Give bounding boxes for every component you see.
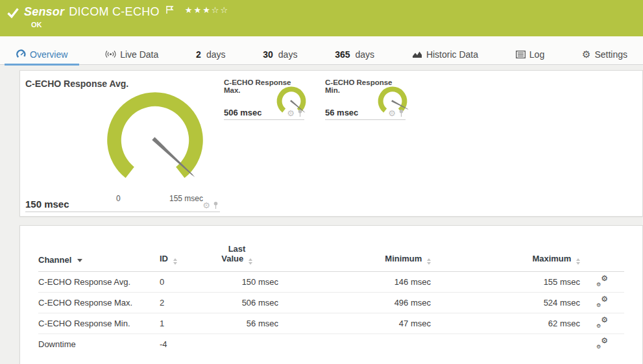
channel-minimum [278, 334, 431, 355]
tab-settings[interactable]: ⚙ Settings [582, 44, 627, 65]
gear-icon[interactable]: ⚙ [388, 109, 396, 117]
column-header-channel[interactable]: Channel [38, 241, 160, 272]
priority-stars[interactable]: ★★★☆☆ [185, 5, 229, 15]
gauges-panel: C-ECHO Response Avg. 0 155 msec 150 msec… [19, 70, 643, 217]
tab-365-days[interactable]: 365 days [335, 44, 374, 65]
table-row[interactable]: Downtime -4 ⚙⚙ [38, 334, 624, 355]
gear-icon: ⚙ [582, 49, 590, 59]
tab-historic-data[interactable]: Historic Data [412, 44, 478, 65]
channel-minimum: 146 msec [278, 272, 431, 293]
tab-label: Settings [594, 49, 627, 60]
channel-maximum: 155 msec [431, 272, 580, 293]
header-label: ID [160, 254, 168, 263]
channel-settings-icon[interactable]: ⚙⚙ [596, 338, 608, 349]
tab-number: 30 [263, 49, 273, 60]
page-content: C-ECHO Response Avg. 0 155 msec 150 msec… [0, 65, 643, 364]
gauge-scale-min: 0 [116, 194, 121, 203]
gauge-current-value: 150 msec [25, 199, 69, 210]
gear-icon[interactable]: ⚙ [287, 109, 295, 117]
channel-minimum: 47 msec [278, 313, 431, 334]
ok-check-icon [6, 6, 19, 19]
channel-maximum: 524 msec [431, 293, 580, 313]
channel-settings-icon[interactable]: ⚙⚙ [596, 276, 608, 287]
channel-maximum: 62 msec [431, 313, 580, 334]
sort-icon [576, 258, 580, 265]
pin-icon[interactable] [398, 109, 404, 117]
header-label: Maximum [532, 254, 571, 263]
gauge-tab-icon [16, 49, 26, 59]
tab-bar: Overview Live Data 2 days 30 days 365 da… [0, 36, 643, 65]
pin-icon[interactable] [297, 109, 303, 117]
tab-label: Log [529, 49, 544, 60]
channels-panel: Channel ID Last Value Minimum [19, 225, 643, 364]
tab-number: 2 [196, 49, 201, 60]
stars-filled: ★★★ [185, 5, 212, 15]
sort-desc-icon [77, 259, 82, 262]
object-kind-label: Sensor [24, 5, 64, 19]
sensor-status-banner: Sensor DICOM C-ECHO ★★★☆☆ OK [0, 0, 643, 36]
header-label: Channel [38, 255, 71, 265]
area-chart-icon [412, 50, 422, 58]
column-header-maximum[interactable]: Maximum [431, 241, 580, 272]
status-badge: OK [31, 21, 643, 29]
channels-table: Channel ID Last Value Minimum [38, 241, 624, 355]
channel-last-value: 56 msec [195, 313, 278, 334]
table-row[interactable]: C-ECHO Response Min. 1 56 msec 47 msec 6… [38, 313, 624, 334]
channel-name[interactable]: C-ECHO Response Max. [38, 293, 160, 313]
sort-icon [427, 258, 431, 265]
channel-maximum [431, 334, 580, 355]
sort-icon [249, 258, 252, 265]
header-label: Value [221, 254, 243, 263]
channel-id: 2 [160, 293, 195, 313]
tab-label: days [278, 49, 298, 60]
column-header-actions [580, 241, 624, 272]
channel-last-value [195, 334, 278, 355]
gauge-dial [97, 86, 213, 189]
gauge-current-value: 506 msec [224, 108, 262, 117]
column-header-id[interactable]: ID [160, 241, 195, 272]
tab-label: days [356, 49, 375, 60]
channel-settings-icon[interactable]: ⚙⚙ [596, 297, 608, 308]
gauge-scale-max: 155 msec [169, 194, 203, 203]
tab-number: 365 [335, 49, 350, 60]
tab-30-days[interactable]: 30 days [263, 44, 297, 65]
channel-last-value: 506 msec [195, 293, 278, 313]
gauge-response-avg: C-ECHO Response Avg. 0 155 msec 150 msec… [25, 79, 220, 212]
tab-label: Live Data [120, 49, 158, 60]
channel-id: 0 [160, 272, 195, 293]
tab-overview[interactable]: Overview [16, 44, 67, 65]
column-header-minimum[interactable]: Minimum [278, 241, 431, 272]
gauge-response-max: C-ECHO Response Max. 506 msec ⚙ [224, 79, 304, 120]
header-label: Minimum [385, 254, 422, 263]
stars-empty: ☆☆ [212, 5, 229, 15]
channel-settings-icon[interactable]: ⚙⚙ [596, 317, 608, 328]
column-header-last-value[interactable]: Last Value [195, 241, 278, 272]
tab-label: Overview [30, 49, 67, 60]
tab-2-days[interactable]: 2 days [196, 44, 225, 65]
gauge-response-min: C-ECHO Response Min. 56 msec ⚙ [325, 79, 406, 120]
tab-label: Historic Data [426, 49, 478, 60]
broadcast-icon [105, 50, 116, 58]
channel-name[interactable]: Downtime [38, 334, 160, 355]
table-row[interactable]: C-ECHO Response Max. 2 506 msec 496 msec… [38, 293, 624, 313]
gauge-current-value: 56 msec [325, 108, 358, 117]
tab-log[interactable]: Log [516, 44, 544, 65]
flag-icon[interactable] [165, 5, 174, 14]
sensor-title: DICOM C-ECHO [69, 5, 160, 19]
channel-id: 1 [160, 313, 195, 334]
channel-id: -4 [160, 334, 195, 355]
table-row[interactable]: C-ECHO Response Avg. 0 150 msec 146 msec… [38, 272, 624, 293]
channel-last-value: 150 msec [195, 272, 278, 293]
gear-icon[interactable]: ⚙ [202, 201, 210, 210]
tab-label: days [206, 49, 226, 60]
sort-icon [173, 258, 177, 265]
channel-minimum: 496 msec [278, 293, 431, 313]
channel-name[interactable]: C-ECHO Response Avg. [38, 272, 160, 293]
tab-live-data[interactable]: Live Data [105, 44, 158, 65]
log-list-icon [516, 51, 526, 58]
channel-name[interactable]: C-ECHO Response Min. [38, 313, 160, 334]
header-label: Last [195, 244, 278, 254]
pin-icon[interactable] [213, 201, 219, 210]
